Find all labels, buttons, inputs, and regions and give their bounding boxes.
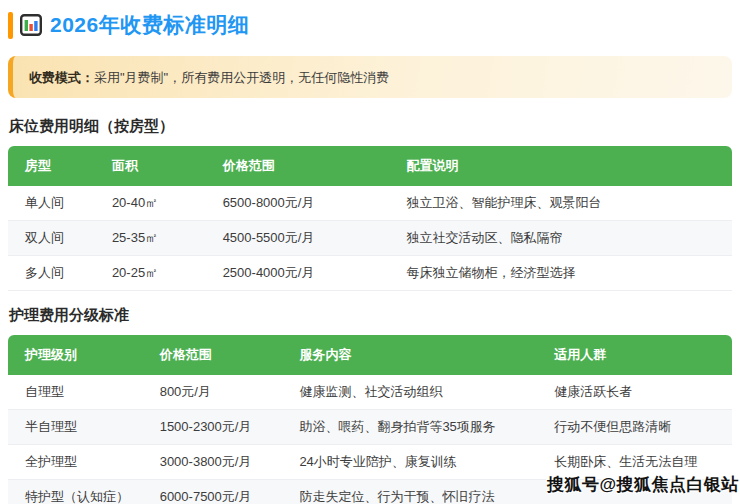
table-cell: 6500-8000元/月	[206, 186, 390, 221]
table-cell: 800元/月	[143, 375, 283, 410]
table-cell: 2500-4000元/月	[206, 256, 390, 291]
accent-bar	[8, 12, 13, 39]
table-cell: 4500-5500元/月	[206, 221, 390, 256]
table-cell: 全护理型	[8, 445, 143, 480]
section-bed-fees: 床位费用明细（按房型） 房型面积价格范围配置说明单人间20-40㎡6500-80…	[8, 117, 732, 291]
column-header: 房型	[8, 146, 95, 186]
table-row: 半自理型1500-2300元/月助浴、喂药、翻身拍背等35项服务行动不便但思路清…	[8, 410, 732, 445]
bed-fee-table: 房型面积价格范围配置说明单人间20-40㎡6500-8000元/月独立卫浴、智能…	[8, 146, 732, 291]
table-cell: 半自理型	[8, 410, 143, 445]
column-header: 价格范围	[143, 335, 283, 375]
table-cell: 25-35㎡	[95, 221, 206, 256]
table-cell: 独立卫浴、智能护理床、观景阳台	[390, 186, 732, 221]
table-cell: 1500-2300元/月	[143, 410, 283, 445]
table-cell: 双人间	[8, 221, 95, 256]
table-cell: 24小时专业陪护、康复训练	[282, 445, 537, 480]
notice-text: 采用"月费制"，所有费用公开透明，无任何隐性消费	[94, 70, 389, 85]
table-cell: 单人间	[8, 186, 95, 221]
table-cell: 6000-7500元/月	[143, 480, 283, 504]
notice-label: 收费模式：	[29, 70, 94, 85]
fee-mode-notice: 收费模式：采用"月费制"，所有费用公开透明，无任何隐性消费	[8, 56, 732, 98]
column-header: 配置说明	[390, 146, 732, 186]
column-header: 价格范围	[206, 146, 390, 186]
table-cell: 助浴、喂药、翻身拍背等35项服务	[282, 410, 537, 445]
table-cell: 多人间	[8, 256, 95, 291]
table-cell: 行动不便但思路清晰	[537, 410, 732, 445]
section-title-nursing-fees: 护理费用分级标准	[9, 306, 732, 325]
table-cell: 20-40㎡	[95, 186, 206, 221]
table-row: 双人间25-35㎡4500-5500元/月独立社交活动区、隐私隔帘	[8, 221, 732, 256]
table-row: 单人间20-40㎡6500-8000元/月独立卫浴、智能护理床、观景阳台	[8, 186, 732, 221]
column-header: 适用人群	[537, 335, 732, 375]
table-row: 自理型800元/月健康监测、社交活动组织健康活跃长者	[8, 375, 732, 410]
table-cell: 独立社交活动区、隐私隔帘	[390, 221, 732, 256]
column-header: 面积	[95, 146, 206, 186]
page-title: 2026年收费标准明细	[50, 11, 249, 39]
section-title-bed-fees: 床位费用明细（按房型）	[9, 117, 732, 136]
table-header-row: 房型面积价格范围配置说明	[8, 146, 732, 186]
watermark: 搜狐号@搜狐焦点白银站	[547, 473, 739, 496]
column-header: 护理级别	[8, 335, 143, 375]
table-cell: 自理型	[8, 375, 143, 410]
table-cell: 健康活跃长者	[537, 375, 732, 410]
table-cell: 健康监测、社交活动组织	[282, 375, 537, 410]
table-cell: 防走失定位、行为干预、怀旧疗法	[282, 480, 537, 504]
table-cell: 每床独立储物柜，经济型选择	[390, 256, 732, 291]
bar-chart-icon	[20, 14, 42, 36]
table-row: 多人间20-25㎡2500-4000元/月每床独立储物柜，经济型选择	[8, 256, 732, 291]
table-cell: 特护型（认知症）	[8, 480, 143, 504]
table-cell: 20-25㎡	[95, 256, 206, 291]
column-header: 服务内容	[282, 335, 537, 375]
table-header-row: 护理级别价格范围服务内容适用人群	[8, 335, 732, 375]
page-header: 2026年收费标准明细	[8, 10, 732, 40]
table-cell: 3000-3800元/月	[143, 445, 283, 480]
page-container: 2026年收费标准明细 收费模式：采用"月费制"，所有费用公开透明，无任何隐性消…	[0, 0, 740, 504]
